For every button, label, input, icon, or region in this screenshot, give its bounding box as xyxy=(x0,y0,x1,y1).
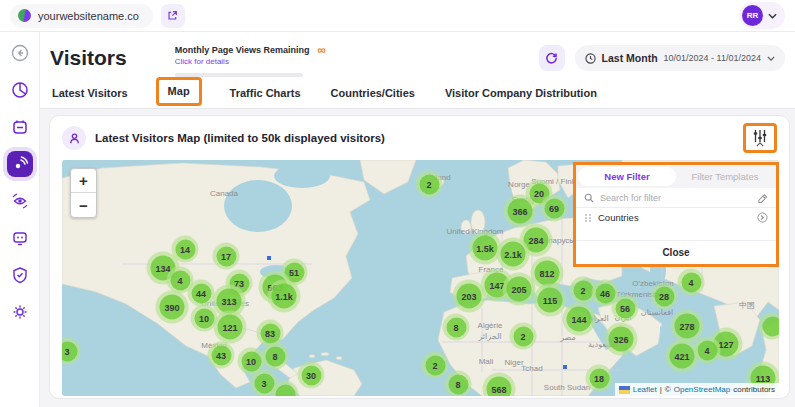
cluster-marker[interactable]: 8 xyxy=(443,314,470,341)
clock-icon xyxy=(585,53,596,64)
cluster-marker[interactable]: 30 xyxy=(298,362,325,389)
tab-map[interactable]: Map xyxy=(156,77,202,106)
cluster-marker[interactable]: 18 xyxy=(586,365,613,392)
chevron-up-icon xyxy=(756,142,764,147)
external-link-icon xyxy=(167,10,178,21)
cluster-marker[interactable]: 203 xyxy=(453,280,486,313)
visitors-tabs: Latest VisitorsMapTraffic ChartsCountrie… xyxy=(40,77,795,109)
quota-details-link[interactable]: Click for details xyxy=(175,57,310,66)
quota-value: ∞ xyxy=(318,45,327,55)
zoom-in-button[interactable]: + xyxy=(71,169,96,193)
cluster-marker[interactable]: 1.1k xyxy=(268,280,301,313)
gear-icon xyxy=(11,303,29,321)
period-label: Last Month xyxy=(602,52,658,64)
refresh-icon xyxy=(545,52,558,65)
chevron-down-icon xyxy=(767,56,775,61)
visitor-dot-marker[interactable] xyxy=(563,365,567,369)
osm-link[interactable]: OpenStreetMap xyxy=(674,385,730,394)
refresh-button[interactable] xyxy=(539,45,565,71)
date-range-value: 10/01/2024 - 11/01/2024 xyxy=(664,53,761,63)
cluster-marker[interactable]: 8 xyxy=(445,371,472,397)
sidebar-item-privacy[interactable] xyxy=(7,262,33,288)
sidebar-item-behavior[interactable] xyxy=(7,188,33,214)
filter-toggle-button[interactable] xyxy=(743,123,777,153)
quota-label: Monthly Page Views Remaining xyxy=(175,45,310,55)
filter-tab-filter-templates[interactable]: Filter Templates xyxy=(676,167,774,186)
cluster-marker[interactable]: 69 xyxy=(541,195,568,222)
eye-refresh-icon xyxy=(11,192,29,210)
cluster-marker[interactable]: 326 xyxy=(605,323,638,356)
account-menu[interactable]: RR xyxy=(739,2,785,29)
filter-close-button[interactable]: Close xyxy=(576,240,776,264)
filters-sliders-icon xyxy=(753,130,767,142)
chevron-down-icon xyxy=(768,13,777,19)
tab-traffic-charts[interactable]: Traffic Charts xyxy=(228,81,303,108)
tab-countries-cities[interactable]: Countries/Cities xyxy=(329,81,417,108)
cluster-marker[interactable] xyxy=(759,313,780,340)
sidebar-collapse-button[interactable] xyxy=(7,40,33,66)
cluster-marker[interactable]: 2.1k xyxy=(497,238,530,271)
cluster-marker[interactable]: 43 xyxy=(208,342,235,369)
cluster-marker[interactable]: 2 xyxy=(422,352,449,379)
cluster-marker[interactable]: 28 xyxy=(651,283,678,310)
website-selector[interactable]: yourwebsitename.co xyxy=(10,4,153,28)
page-title: Visitors xyxy=(50,42,127,74)
ukraine-flag-icon xyxy=(619,386,630,394)
expand-circle-icon[interactable] xyxy=(757,212,768,223)
filter-panel: New FilterFilter Templates Countries Clo… xyxy=(573,162,779,267)
website-favicon-icon xyxy=(18,9,31,22)
sidebar-item-dashboard[interactable] xyxy=(7,77,33,103)
calendar-icon xyxy=(11,118,29,136)
leaflet-link[interactable]: Leaflet xyxy=(633,385,657,394)
map-card: Latest Visitors Map (limited to 50k disp… xyxy=(49,115,790,399)
shield-check-icon xyxy=(11,266,29,284)
map-zoom-control: + − xyxy=(70,168,97,218)
avatar: RR xyxy=(742,5,763,26)
map-attribution: Leaflet | © OpenStreetMap contributors xyxy=(615,383,779,396)
filter-search-input[interactable] xyxy=(600,193,751,203)
sidebar-item-agenda[interactable] xyxy=(7,114,33,140)
cluster-marker[interactable]: 205 xyxy=(503,273,536,306)
topbar: yourwebsitename.co RR xyxy=(0,0,795,32)
visitor-map-icon xyxy=(62,126,86,150)
tab-latest-visitors[interactable]: Latest Visitors xyxy=(50,81,130,108)
open-website-button[interactable] xyxy=(161,4,185,28)
screen-chat-icon xyxy=(11,229,29,247)
sidebar-item-settings[interactable] xyxy=(7,299,33,325)
cluster-marker[interactable]: 144 xyxy=(563,303,596,336)
clear-filter-icon[interactable] xyxy=(757,192,768,203)
cluster-marker[interactable]: 421 xyxy=(666,340,699,373)
sidebar-item-visitors[interactable] xyxy=(7,151,33,177)
search-icon xyxy=(584,193,594,203)
cluster-marker[interactable]: 390 xyxy=(156,291,189,324)
cluster-marker[interactable]: 8 xyxy=(262,343,289,370)
cluster-marker[interactable]: 366 xyxy=(504,195,537,228)
cluster-marker[interactable]: 115 xyxy=(534,284,567,317)
page-header: Visitors Monthly Page Views Remaining Cl… xyxy=(40,32,795,77)
drag-handle-icon xyxy=(584,213,592,223)
filter-search-row xyxy=(576,188,776,208)
date-range-picker[interactable]: Last Month 10/01/2024 - 11/01/2024 xyxy=(575,45,785,71)
cluster-marker[interactable]: 44 xyxy=(188,280,215,307)
sidebar-item-communication[interactable] xyxy=(7,225,33,251)
filter-item-countries[interactable]: Countries xyxy=(576,208,776,227)
cluster-marker[interactable]: 2 xyxy=(416,171,443,198)
visitor-dot-marker[interactable] xyxy=(267,256,271,260)
cluster-marker[interactable]: 278 xyxy=(671,310,704,343)
cluster-marker[interactable]: 121 xyxy=(214,311,247,344)
cluster-marker[interactable]: 4 xyxy=(678,269,705,296)
tab-visitor-company-distribution[interactable]: Visitor Company Distribution xyxy=(443,81,599,108)
website-name: yourwebsitename.co xyxy=(38,10,139,22)
cluster-marker[interactable]: 2 xyxy=(510,323,537,350)
map-card-title: Latest Visitors Map (limited to 50k disp… xyxy=(95,132,385,144)
zoom-out-button[interactable]: − xyxy=(71,193,96,217)
cluster-marker[interactable]: 17 xyxy=(213,243,240,270)
visitors-map[interactable]: + − CanadaUnited StatesMéxicoIslandNorge… xyxy=(62,160,779,396)
pageviews-quota: Monthly Page Views Remaining Click for d… xyxy=(175,42,326,77)
filter-tab-new-filter[interactable]: New Filter xyxy=(578,167,676,186)
cluster-marker[interactable]: 56 xyxy=(612,295,639,322)
pie-chart-icon xyxy=(11,81,29,99)
visitors-radar-icon xyxy=(12,156,28,172)
sidebar xyxy=(0,32,40,407)
